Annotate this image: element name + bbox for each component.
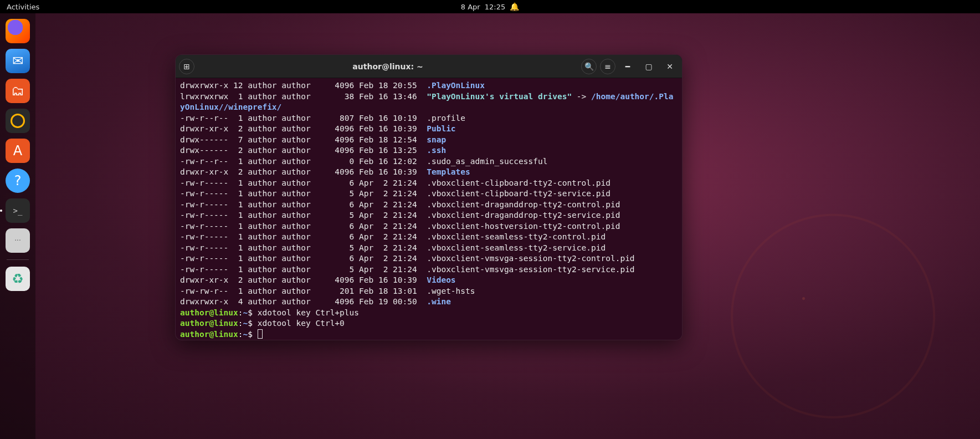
dock-rhythmbox[interactable]	[4, 108, 31, 134]
close-button[interactable]: ✕	[661, 59, 679, 74]
cursor	[258, 329, 263, 339]
maximize-icon: ▢	[645, 62, 652, 71]
minimize-icon: ━	[625, 62, 630, 71]
titlebar[interactable]: ⊞ author@linux: ~ 🔍 ≡ ━ ▢ ✕	[176, 55, 682, 78]
rhythmbox-icon	[6, 109, 30, 133]
terminal-icon	[6, 198, 30, 223]
files-icon: 🗂	[6, 79, 30, 103]
window-title: author@linux: ~	[194, 62, 581, 71]
menu-button[interactable]: ≡	[600, 59, 615, 74]
search-button[interactable]: 🔍	[581, 59, 597, 74]
dock-separator	[7, 259, 29, 260]
new-tab-icon: ⊞	[183, 62, 190, 71]
trash-icon: ♻	[6, 267, 30, 291]
thunderbird-icon: ✉	[6, 49, 30, 73]
texteditor-icon: ···	[6, 228, 30, 253]
ubuntu-dock: ✉ 🗂 A ? ··· ♻	[0, 13, 35, 439]
dock-help[interactable]: ?	[4, 167, 31, 194]
close-icon: ✕	[666, 62, 673, 71]
minimize-button[interactable]: ━	[619, 59, 637, 74]
notification-bell-icon: 🔔	[510, 2, 519, 11]
help-icon: ?	[6, 169, 30, 193]
hamburger-icon: ≡	[604, 62, 611, 71]
gnome-topbar: Activities 8 Apr 12:25 🔔	[0, 0, 980, 13]
maximize-button[interactable]: ▢	[640, 59, 658, 74]
search-icon: 🔍	[584, 62, 594, 71]
dock-firefox[interactable]	[4, 18, 31, 44]
terminal-output[interactable]: drwxrwxr-x 12 author author 4096 Feb 18 …	[176, 78, 682, 340]
firefox-icon	[6, 19, 30, 43]
dock-terminal[interactable]	[4, 197, 31, 224]
dock-texteditor[interactable]: ···	[4, 227, 31, 254]
activities-button[interactable]: Activities	[0, 3, 46, 11]
dock-software[interactable]: A	[4, 137, 31, 164]
software-icon: A	[6, 139, 30, 163]
dock-thunderbird[interactable]: ✉	[4, 48, 31, 74]
new-tab-button[interactable]: ⊞	[179, 59, 194, 74]
dock-files[interactable]: 🗂	[4, 78, 31, 104]
clock-time: 12:25	[485, 3, 505, 11]
dock-trash[interactable]: ♻	[4, 266, 31, 292]
clock-area[interactable]: 8 Apr 12:25 🔔	[461, 2, 519, 11]
terminal-window: ⊞ author@linux: ~ 🔍 ≡ ━ ▢ ✕ drwxrwxr-x 1…	[175, 54, 683, 340]
clock-date: 8 Apr	[461, 3, 480, 11]
